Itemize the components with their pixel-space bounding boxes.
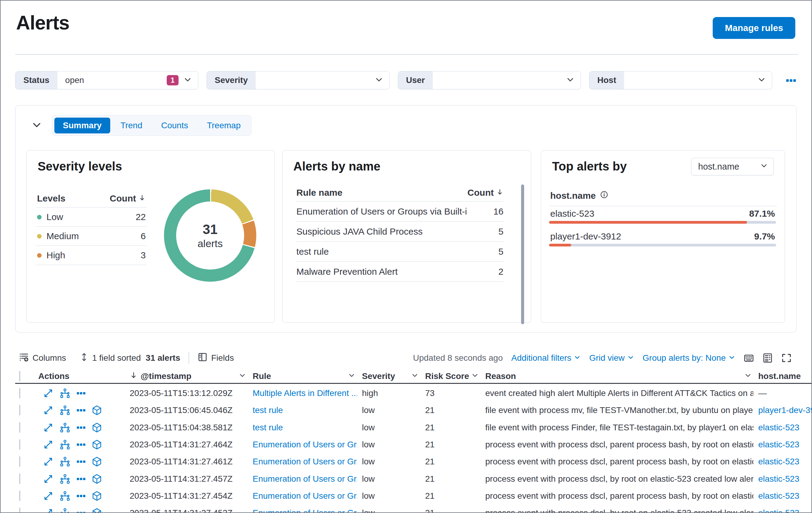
rule-link[interactable]: test rule <box>248 405 357 415</box>
row-checkbox[interactable] <box>19 388 20 399</box>
more-actions-icon[interactable] <box>77 423 86 432</box>
chevron-down-icon[interactable] <box>239 371 246 381</box>
keyboard-shortcuts-icon[interactable] <box>744 353 754 363</box>
chevron-down-icon[interactable] <box>348 371 355 381</box>
row-checkbox[interactable] <box>19 422 20 433</box>
rule-link[interactable]: Enumeration of Users or Gr... <box>248 508 357 513</box>
group-alerts-button[interactable]: Group alerts by: None <box>643 353 735 363</box>
session-view-icon[interactable] <box>92 491 102 501</box>
analyze-event-icon[interactable] <box>60 439 70 450</box>
rule-link[interactable]: Enumeration of Users or Gr... <box>248 474 357 484</box>
fullscreen-icon[interactable] <box>781 353 792 363</box>
session-view-icon[interactable] <box>92 423 102 433</box>
column-header[interactable]: Risk Score <box>420 371 481 381</box>
analyze-event-icon[interactable] <box>60 474 70 484</box>
more-actions-icon[interactable] <box>77 457 86 466</box>
sorted-fields-button[interactable]: 1 field sorted <box>80 353 141 363</box>
expand-alert-icon[interactable] <box>43 388 53 399</box>
chevron-down-icon[interactable] <box>744 371 752 381</box>
scrollbar-thumb[interactable] <box>521 185 524 324</box>
column-header[interactable]: Rule <box>248 371 357 381</box>
host-name-cell[interactable]: elastic-523 <box>753 508 812 513</box>
expand-alert-icon[interactable] <box>43 439 53 450</box>
expand-alert-icon[interactable] <box>43 423 53 433</box>
more-actions-icon[interactable] <box>77 508 86 513</box>
more-actions-icon[interactable] <box>77 406 86 415</box>
filters-more-icon[interactable] <box>786 76 800 85</box>
session-view-icon[interactable] <box>92 474 102 484</box>
tab[interactable]: Treemap <box>198 117 249 133</box>
filter-group[interactable]: Status open 1 <box>15 71 198 89</box>
analyze-event-icon[interactable] <box>60 405 70 416</box>
row-checkbox[interactable] <box>19 456 20 467</box>
session-view-icon[interactable] <box>92 405 102 415</box>
manage-rules-button[interactable]: Manage rules <box>713 17 795 39</box>
analyze-event-icon[interactable] <box>60 388 70 399</box>
tab[interactable]: Trend <box>112 117 151 133</box>
row-checkbox[interactable] <box>19 508 20 513</box>
host-name-cell[interactable]: elastic-523 <box>753 491 812 501</box>
count-column-header[interactable]: Count <box>467 188 503 198</box>
collapse-chevron-icon[interactable] <box>31 119 42 132</box>
grid-view-button[interactable]: Grid view <box>589 353 634 363</box>
row-checkbox[interactable] <box>19 405 20 415</box>
expand-alert-icon[interactable] <box>43 405 53 415</box>
fields-button[interactable]: Fields <box>198 352 234 364</box>
column-header[interactable]: Actions <box>38 371 125 381</box>
row-density-icon[interactable] <box>762 353 773 363</box>
select-all-checkbox[interactable] <box>19 371 20 381</box>
host-name-cell[interactable]: elastic-523 <box>753 440 812 450</box>
chevron-down-icon[interactable] <box>411 371 418 381</box>
row-checkbox[interactable] <box>19 474 20 484</box>
expand-alert-icon[interactable] <box>43 508 53 513</box>
more-actions-icon[interactable] <box>77 440 86 449</box>
additional-filters-button[interactable]: Additional filters <box>511 353 581 363</box>
info-icon[interactable] <box>600 191 608 201</box>
host-name-cell[interactable]: elastic-523 <box>753 474 812 484</box>
session-view-icon[interactable] <box>92 457 102 467</box>
top-field-label: host.name <box>550 191 596 201</box>
expand-alert-icon[interactable] <box>43 457 53 467</box>
rule-link[interactable]: Enumeration of Users or Gr... <box>248 440 357 450</box>
more-actions-icon[interactable] <box>77 491 86 501</box>
host-name-cell[interactable]: elastic-523 <box>753 457 812 466</box>
analyze-event-icon[interactable] <box>60 456 70 467</box>
analyze-event-icon[interactable] <box>60 422 70 433</box>
severity-level-label: Low <box>47 212 63 222</box>
expand-alert-icon[interactable] <box>43 474 53 484</box>
rule-count-row: test rule 5 <box>296 242 503 262</box>
more-actions-icon[interactable] <box>77 389 86 398</box>
rule-link[interactable]: Enumeration of Users or Gr... <box>248 491 357 501</box>
tab[interactable]: Counts <box>153 117 197 133</box>
filter-group[interactable]: User <box>398 71 581 89</box>
alerts-by-name-card: Alerts by name Rule name Count Enumerati… <box>282 150 531 323</box>
host-name-cell[interactable]: — <box>753 388 812 398</box>
tab[interactable]: Summary <box>54 117 110 133</box>
host-name-cell[interactable]: player1-dev-3912 <box>753 405 812 415</box>
column-header[interactable]: Severity <box>357 371 420 381</box>
top-alerts-field-select[interactable]: host.name <box>691 158 774 176</box>
more-actions-icon[interactable] <box>77 475 86 484</box>
filter-group[interactable]: Severity <box>206 71 389 89</box>
column-header[interactable]: @timestamp <box>125 371 248 381</box>
risk-score-cell: 21 <box>420 405 481 415</box>
columns-button[interactable]: Columns <box>19 352 66 364</box>
session-view-icon[interactable] <box>92 508 102 513</box>
alerts-table-body: 2023-05-11T15:13:12.029Z Multiple Alerts… <box>15 385 812 513</box>
filter-group[interactable]: Host <box>589 71 772 89</box>
rule-link[interactable]: test rule <box>248 423 357 432</box>
row-checkbox[interactable] <box>19 439 20 450</box>
rule-link[interactable]: Multiple Alerts in Different ... <box>248 388 357 398</box>
alert-row: 2023-05-11T15:06:45.046Z test rule low 2… <box>15 402 812 419</box>
chevron-down-icon[interactable] <box>471 371 478 381</box>
analyze-event-icon[interactable] <box>60 508 70 513</box>
column-header[interactable]: host.name <box>753 371 812 381</box>
column-header[interactable]: Reason <box>481 371 753 381</box>
host-name-cell[interactable]: elastic-523 <box>753 423 812 432</box>
analyze-event-icon[interactable] <box>60 490 70 502</box>
count-column-header[interactable]: Count <box>110 193 146 204</box>
rule-link[interactable]: Enumeration of Users or Gr... <box>248 457 357 466</box>
session-view-icon[interactable] <box>92 439 102 450</box>
expand-alert-icon[interactable] <box>43 491 53 501</box>
row-checkbox[interactable] <box>19 490 20 501</box>
